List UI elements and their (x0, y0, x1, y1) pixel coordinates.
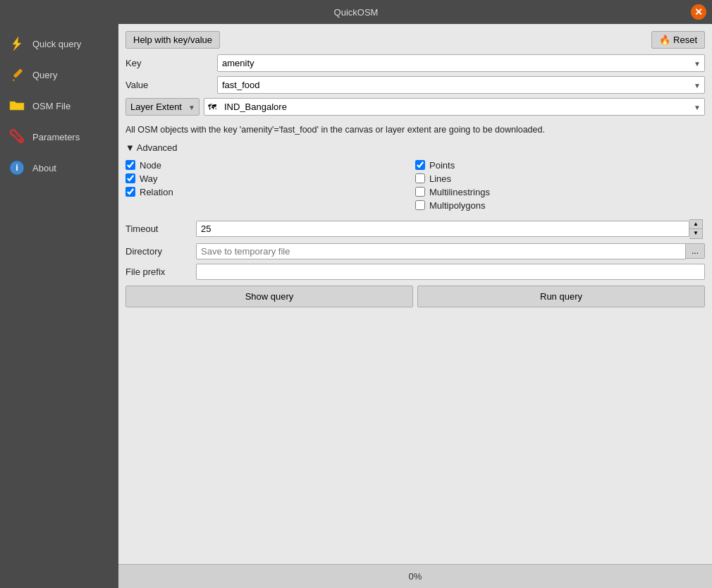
sidebar-item-quick-query[interactable]: Quick query (0, 28, 118, 59)
advanced-section: ▼ Advanced Node Way Relation (125, 142, 705, 280)
spin-buttons: ▲ ▼ (689, 219, 703, 239)
directory-input[interactable] (196, 243, 686, 259)
sidebar-label-query: Query (32, 70, 57, 80)
svg-point-3 (19, 139, 22, 142)
fire-icon: 🔥 (659, 35, 670, 45)
directory-row: Directory ... (125, 243, 705, 259)
extent-select-wrap: Layer Extent (125, 98, 200, 116)
node-checkbox[interactable] (125, 160, 135, 170)
points-checkbox[interactable] (415, 160, 425, 170)
spin-up-button[interactable]: ▲ (689, 220, 702, 229)
spin-down-button[interactable]: ▼ (689, 229, 702, 238)
multilinestrings-row[interactable]: Multilinestrings (415, 187, 705, 197)
sidebar-item-osm-file[interactable]: OSM File (0, 90, 118, 121)
progress-value: 0% (409, 571, 422, 582)
extent-row: Layer Extent 🗺 IND_Bangalore (125, 98, 705, 116)
svg-rect-1 (13, 68, 23, 78)
map-icon: 🗺 (208, 102, 216, 112)
multipolygons-row[interactable]: Multipolygons (415, 200, 705, 211)
sidebar-item-query[interactable]: Query (0, 59, 118, 90)
layer-select-wrap: 🗺 IND_Bangalore (204, 98, 705, 116)
lines-label: Lines (429, 173, 451, 184)
multipolygons-checkbox[interactable] (415, 200, 425, 210)
multilinestrings-label: Multilinestrings (429, 187, 490, 197)
value-input-wrap: fast_food (217, 76, 705, 94)
points-row[interactable]: Points (415, 160, 705, 171)
prefix-row: File prefix (125, 264, 705, 280)
svg-marker-0 (13, 37, 21, 51)
timeout-row: Timeout 25 ▲ ▼ (125, 219, 705, 239)
value-input[interactable]: fast_food (217, 76, 705, 94)
relation-label: Relation (140, 187, 173, 197)
extent-select[interactable]: Layer Extent (125, 98, 200, 116)
key-row: Key amenity (125, 54, 705, 72)
sidebar-label-osm-file: OSM File (32, 101, 70, 111)
reset-button[interactable]: 🔥 Reset (651, 31, 705, 49)
multilinestrings-checkbox[interactable] (415, 187, 425, 197)
left-col: Node Way Relation (125, 157, 415, 214)
lines-checkbox[interactable] (415, 173, 425, 183)
advanced-grid: Node Way Relation (125, 157, 705, 214)
timeout-label: Timeout (125, 223, 196, 234)
timeout-input[interactable]: 25 (196, 221, 689, 237)
bottom-buttons: Show query Run query (125, 286, 705, 307)
show-query-button[interactable]: Show query (125, 286, 413, 307)
content-inner: Help with key/value 🔥 Reset Key amenity … (118, 24, 712, 564)
points-label: Points (429, 160, 455, 171)
timeout-input-wrap: 25 ▲ ▼ (196, 219, 703, 239)
lines-row[interactable]: Lines (415, 173, 705, 184)
lightning-icon (7, 34, 27, 54)
advanced-header[interactable]: ▼ Advanced (125, 142, 705, 153)
way-label: Way (140, 173, 158, 184)
node-label: Node (140, 160, 161, 171)
right-col: Points Lines Multilinestrings Multi (415, 157, 705, 214)
description-text: All OSM objects with the key 'amenity'='… (125, 124, 705, 137)
info-icon: i (7, 158, 27, 178)
sidebar: Quick query Query OSM File (0, 24, 118, 588)
svg-text:i: i (16, 162, 18, 173)
node-row[interactable]: Node (125, 160, 415, 171)
app-title: QuickOSM (334, 7, 379, 18)
close-button[interactable]: ✕ (691, 4, 706, 20)
value-row: Value fast_food (125, 76, 705, 94)
key-label: Key (125, 58, 217, 68)
sidebar-label-parameters: Parameters (32, 132, 80, 142)
svg-marker-2 (13, 79, 15, 81)
layer-select[interactable]: IND_Bangalore (204, 98, 705, 116)
pencil-icon (7, 65, 27, 85)
file-prefix-label: File prefix (125, 267, 196, 277)
progress-bar-area: 0% (118, 564, 712, 588)
sidebar-label-about: About (32, 163, 56, 173)
top-bar: Help with key/value 🔥 Reset (125, 31, 705, 49)
title-bar: QuickOSM ✕ (0, 0, 712, 24)
way-checkbox[interactable] (125, 173, 135, 183)
way-row[interactable]: Way (125, 173, 415, 184)
run-query-button[interactable]: Run query (417, 286, 705, 307)
folder-icon (7, 96, 27, 116)
file-prefix-input[interactable] (196, 264, 705, 280)
wrench-icon (7, 127, 27, 147)
browse-button[interactable]: ... (686, 243, 705, 259)
key-input-wrap: amenity (217, 54, 705, 72)
relation-row[interactable]: Relation (125, 187, 415, 197)
sidebar-item-about[interactable]: i About (0, 152, 118, 183)
sidebar-item-parameters[interactable]: Parameters (0, 121, 118, 152)
reset-label: Reset (673, 35, 697, 45)
multipolygons-label: Multipolygons (429, 200, 486, 211)
value-label: Value (125, 80, 217, 90)
key-input[interactable]: amenity (217, 54, 705, 72)
content-area: Help with key/value 🔥 Reset Key amenity … (118, 24, 712, 588)
sidebar-label-quick-query: Quick query (32, 39, 81, 49)
relation-checkbox[interactable] (125, 187, 135, 197)
directory-label: Directory (125, 246, 196, 257)
help-button[interactable]: Help with key/value (125, 31, 220, 49)
